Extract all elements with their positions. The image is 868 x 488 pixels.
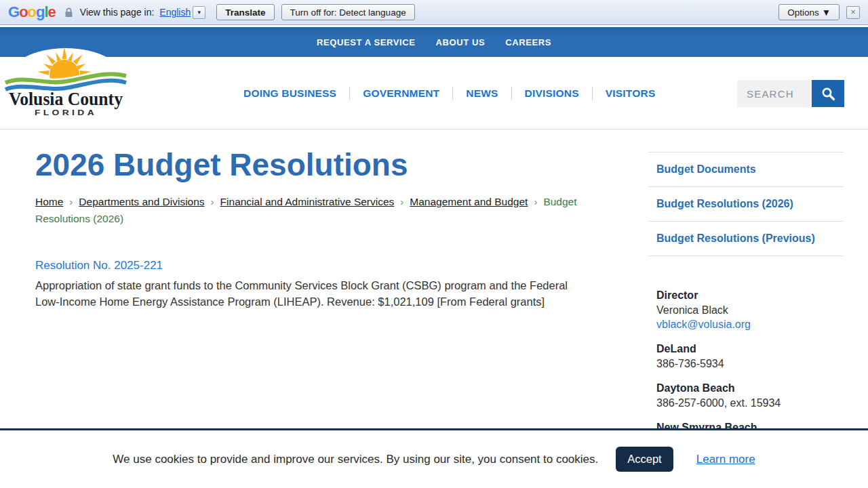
contact-heading: Daytona Beach <box>656 382 844 394</box>
page-title: 2026 Budget Resolutions <box>35 129 605 183</box>
lock-icon <box>65 7 73 18</box>
contact-daytona-beach: Daytona Beach 386-257-6000, ext. 15934 <box>656 382 844 410</box>
nav-news[interactable]: NEWS <box>452 87 511 100</box>
utility-link-request-a-service[interactable]: REQUEST A SERVICE <box>317 37 416 47</box>
turn-off-button[interactable]: Turn off for: Detect language <box>281 4 415 20</box>
logo-state: FLORIDA <box>35 108 97 117</box>
contact-email-link[interactable]: vblack@volusia.org <box>656 319 751 330</box>
chevron-down-icon: ▼ <box>822 7 831 18</box>
contact-phone: 386-257-6000, ext. 15934 <box>656 396 844 410</box>
sidebar-item-budget-documents[interactable]: Budget Documents <box>648 152 844 186</box>
google-logo: Google <box>8 3 56 21</box>
sidebar-item-budget-resolutions-previous[interactable]: Budget Resolutions (Previous) <box>648 221 844 256</box>
contact-heading: Director <box>656 289 844 302</box>
learn-more-link[interactable]: Learn more <box>696 453 755 466</box>
search-box <box>737 80 844 107</box>
google-translate-bar: Google View this page in: English ▼ Tran… <box>0 0 868 25</box>
nav-divisions[interactable]: DIVISIONS <box>511 87 592 100</box>
resolution-section: Resolution No. 2025-221 Appropriation of… <box>35 259 605 310</box>
sidebar: Budget Documents Budget Resolutions (202… <box>648 152 844 445</box>
volusia-county-logo[interactable]: Volusia County FLORIDA <box>4 45 127 123</box>
nav-visitors[interactable]: VISITORS <box>592 87 669 100</box>
site-header: Volusia County FLORIDA DOING BUSINESS GO… <box>0 57 868 129</box>
breadcrumb-departments[interactable]: Departments and Divisions <box>79 196 204 207</box>
contact-heading: DeLand <box>656 343 844 355</box>
close-translate-bar-icon[interactable]: × <box>846 6 860 19</box>
sidebar-nav: Budget Documents Budget Resolutions (202… <box>648 152 844 256</box>
accept-cookies-button[interactable]: Accept <box>616 447 673 472</box>
breadcrumb-management-budget[interactable]: Management and Budget <box>410 196 528 207</box>
cookie-banner: We use cookies to provide and improve ou… <box>0 430 868 488</box>
contact-info: Director Veronica Black vblack@volusia.o… <box>648 289 844 434</box>
resolution-body: Appropriation of state grant funds to th… <box>35 277 571 310</box>
breadcrumb-financial-services[interactable]: Financial and Administrative Services <box>220 196 395 207</box>
breadcrumb-home[interactable]: Home <box>35 196 63 207</box>
contact-director: Director Veronica Black vblack@volusia.o… <box>656 289 844 331</box>
options-button[interactable]: Options ▼ <box>778 4 840 20</box>
translate-button[interactable]: Translate <box>216 4 274 20</box>
breadcrumb: HomeDepartments and DivisionsFinancial a… <box>35 193 578 227</box>
search-icon <box>821 86 836 102</box>
language-dropdown-button[interactable]: ▼ <box>193 6 205 19</box>
chevron-down-icon: ▼ <box>197 9 202 16</box>
resolution-link[interactable]: Resolution No. 2025-221 <box>35 259 163 272</box>
main-column: 2026 Budget Resolutions HomeDepartments … <box>35 129 605 310</box>
utility-link-careers[interactable]: CAREERS <box>505 37 551 47</box>
utility-link-about-us[interactable]: ABOUT US <box>436 37 486 47</box>
sidebar-item-budget-resolutions-2026[interactable]: Budget Resolutions (2026) <box>648 186 844 221</box>
cookie-message: We use cookies to provide and improve ou… <box>113 453 598 466</box>
language-link[interactable]: English <box>159 7 191 18</box>
contact-deland: DeLand 386-736-5934 <box>656 343 844 371</box>
contact-name: Veronica Black <box>656 303 844 317</box>
logo-name: Volusia County <box>9 89 123 109</box>
utility-nav: REQUEST A SERVICE ABOUT US CAREERS <box>0 27 868 57</box>
contact-phone: 386-736-5934 <box>656 357 844 371</box>
search-button[interactable] <box>812 80 844 107</box>
search-input[interactable] <box>737 80 812 107</box>
nav-government[interactable]: GOVERNMENT <box>349 87 452 100</box>
main-nav: DOING BUSINESS GOVERNMENT NEWS DIVISIONS… <box>231 81 668 106</box>
view-page-label: View this page in: <box>80 7 154 18</box>
nav-doing-business[interactable]: DOING BUSINESS <box>231 87 349 100</box>
